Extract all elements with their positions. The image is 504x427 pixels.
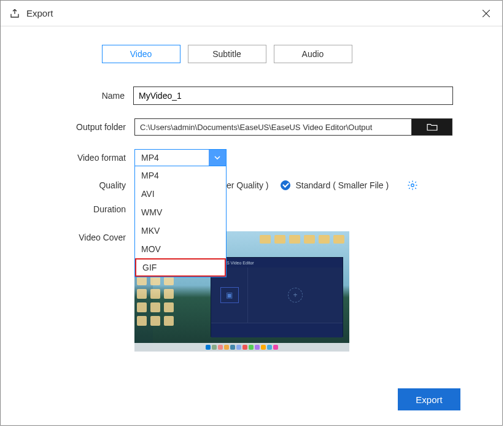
format-option-mkv[interactable]: MKV <box>135 221 226 240</box>
label-output-folder: Output folder <box>1 122 134 132</box>
svg-point-2 <box>411 184 414 187</box>
output-folder-path[interactable]: C:\Users\admin\Documents\EaseUS\EaseUS V… <box>134 118 411 136</box>
row-output-folder: Output folder C:\Users\admin\Documents\E… <box>1 118 453 136</box>
label-name: Name <box>1 91 133 101</box>
radio-standard <box>281 180 290 190</box>
dialog-title: Export <box>26 8 479 18</box>
quality-option-standard[interactable]: Standard ( Smaller File ) <box>281 180 389 190</box>
label-video-format: Video format <box>1 153 134 163</box>
browse-button[interactable] <box>411 118 452 136</box>
titlebar: Export <box>1 1 502 26</box>
tab-subtitle[interactable]: Subtitle <box>188 45 266 63</box>
format-option-gif[interactable]: GIF <box>135 258 226 277</box>
label-video-cover: Video Cover <box>1 231 134 242</box>
close-icon <box>483 10 490 17</box>
name-input[interactable] <box>133 87 453 105</box>
app-window: EaseUS Video Editor ▣ + <box>211 257 343 337</box>
tab-audio[interactable]: Audio <box>274 45 352 63</box>
label-quality: Quality <box>1 180 134 190</box>
format-option-mp4[interactable]: MP4 <box>135 166 226 185</box>
video-format-select[interactable]: MP4 <box>134 149 227 166</box>
format-option-mov[interactable]: MOV <box>135 240 226 258</box>
close-button[interactable] <box>479 6 494 21</box>
quality-high-partial: er Quality ) <box>227 180 268 190</box>
desktop-top-folders <box>260 235 344 244</box>
quality-standard-label: Standard ( Smaller File ) <box>295 180 389 190</box>
format-option-wmv[interactable]: WMV <box>135 203 226 221</box>
row-quality: Quality er Quality ) Standard ( Smaller … <box>1 180 453 191</box>
taskbar <box>134 343 349 352</box>
format-option-avi[interactable]: AVI <box>135 185 226 203</box>
row-name: Name <box>1 87 453 105</box>
chevron-down-icon <box>209 150 226 166</box>
video-format-dropdown: MP4 AVI WMV MKV MOV GIF <box>134 166 227 277</box>
label-duration: Duration <box>1 204 134 214</box>
video-format-selected: MP4 <box>135 153 209 163</box>
tabs: Video Subtitle Audio <box>1 45 453 63</box>
plus-icon: + <box>288 288 303 302</box>
row-video-format: Video format MP4 MP4 AVI WMV MKV MOV <box>1 149 453 166</box>
row-duration: Duration <box>1 204 453 214</box>
app-window-title: EaseUS Video Editor <box>211 258 343 267</box>
row-video-cover: Video Cover E <box>1 231 453 352</box>
export-icon <box>9 8 20 19</box>
tab-video[interactable]: Video <box>102 45 180 63</box>
export-dialog: Export Video Subtitle Audio Name Output … <box>0 0 503 426</box>
export-button[interactable]: Export <box>398 388 460 410</box>
folder-icon <box>427 123 438 131</box>
import-button-icon: ▣ <box>220 287 239 303</box>
dialog-content: Video Subtitle Audio Name Output folder … <box>1 26 502 352</box>
gear-icon[interactable] <box>407 180 418 191</box>
